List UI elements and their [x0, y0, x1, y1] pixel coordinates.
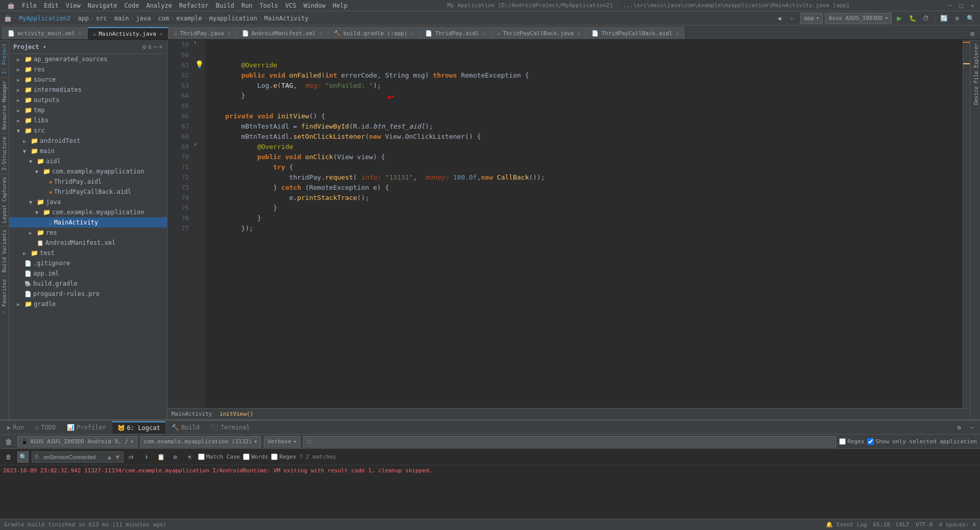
bottom-tab-todo[interactable]: ☑ TODO [30, 421, 61, 434]
settings-button[interactable]: ⚙ [951, 13, 963, 24]
logcat-device-dropdown[interactable]: 📱 ASUS ASUS_I003DD Android 9, / ▾ [17, 436, 137, 447]
status-encoding[interactable]: UTF-8 [916, 521, 933, 528]
tree-item-app-iml[interactable]: ▶ 📄 app.iml [9, 268, 167, 279]
module-dropdown[interactable]: app ▾ [800, 13, 823, 24]
tree-item-build-gradle[interactable]: ▶ 🐘 build.gradle [9, 279, 167, 289]
tree-item-source[interactable]: ▶ 📁 source [9, 74, 167, 85]
menu-navigate[interactable]: Navigate [85, 1, 120, 10]
status-crlf[interactable]: CRLF [896, 521, 910, 528]
tree-item-androidmanifest-xml[interactable]: ▶ 📋 AndroidManifest.xml [9, 238, 167, 248]
breadcrumb-java[interactable]: java [136, 15, 151, 22]
breadcrumb-myapplication[interactable]: myapplication [209, 15, 257, 22]
close-button[interactable]: ✕ [969, 2, 976, 9]
tree-item-intermediates[interactable]: ▶ 📁 intermediates [9, 85, 167, 95]
menu-edit[interactable]: Edit [41, 1, 62, 10]
bottom-tab-logcat[interactable]: 🐱 6: Logcat [112, 421, 165, 434]
event-log-link[interactable]: 🔔 Event Log [826, 521, 867, 528]
show-selected-checkbox[interactable] [867, 438, 874, 445]
tab-build-gradle-close[interactable]: ✕ [411, 31, 414, 36]
tab-thridpaycallback-aidl[interactable]: 📄 ThridPayCallBack.aidl ✕ [586, 27, 684, 39]
tab-thridpaycallback[interactable]: ☕ ThridPayCallBack.java ✕ [492, 27, 586, 39]
panel-hide-btn[interactable]: ✕ [159, 43, 163, 51]
logcat-search-input[interactable] [303, 436, 836, 447]
tree-item-thridpay-aidl[interactable]: ▶ ◈ ThridPay.aidl [9, 176, 167, 187]
profile-button[interactable]: ⏱ [920, 13, 932, 24]
bottom-tab-build[interactable]: 🔨 Build [166, 421, 205, 434]
breadcrumb-src[interactable]: src [96, 15, 107, 22]
logcat-settings-btn[interactable]: ⚙ [953, 422, 965, 433]
menu-code[interactable]: Code [121, 1, 142, 10]
tab-build-gradle[interactable]: 🔨 build.gradle (:app) ✕ [328, 27, 420, 39]
menu-run[interactable]: Run [238, 1, 256, 10]
filter-down-btn[interactable]: ▼ [116, 453, 119, 461]
menu-vcs[interactable]: VCS [282, 1, 300, 10]
tree-item-gradle-more[interactable]: ▶ 📁 gradle [9, 299, 167, 309]
panel-settings-btn[interactable]: ⚙ [142, 43, 146, 51]
breadcrumb-project[interactable]: MyApplication2 [19, 15, 70, 22]
resource-manager-tab[interactable]: Resource Manager [1, 77, 8, 133]
editor-breadcrumb-method[interactable]: initView() [219, 411, 253, 417]
menu-help[interactable]: Help [330, 1, 351, 10]
captures-tab[interactable]: Layout Captures [1, 173, 8, 226]
tab-activity-main[interactable]: 📄 activity_main.xml ✕ [2, 27, 87, 39]
panel-gear-btn[interactable]: ⋯ [153, 43, 157, 51]
filter-copy-btn[interactable]: 📋 [155, 451, 166, 463]
favorites-tab[interactable]: ☆ Favorites [1, 275, 8, 318]
tree-item-mainactivity[interactable]: ▶ ☕ MainActivity [9, 217, 167, 228]
filter-action-down-btn[interactable]: ⬇ [141, 451, 152, 463]
menu-window[interactable]: Window [300, 1, 328, 10]
editor-breadcrumb-class[interactable]: MainActivity [172, 411, 212, 417]
logcat-package-dropdown[interactable]: com.example.myapplication (1132) ▾ [140, 436, 261, 447]
tree-item-gitignore[interactable]: ▶ 📄 .gitignore [9, 258, 167, 268]
tab-androidmanifest-close[interactable]: ✕ [319, 31, 322, 36]
android-logo[interactable]: 🤖 [4, 1, 18, 10]
menu-view[interactable]: View [63, 1, 84, 10]
filter-funnel-btn[interactable]: ⚗ [184, 451, 195, 463]
tree-item-thridpaycallback-aidl[interactable]: ▶ ◈ ThridPayCallBack.aidl [9, 187, 167, 197]
tab-mainactivity[interactable]: ☕ MainActivity.java ✕ [87, 27, 168, 39]
structure-tab[interactable]: Z-Structure [1, 133, 8, 173]
tree-item-test[interactable]: ▶ 📁 test [9, 248, 167, 258]
maximize-button[interactable]: □ [958, 2, 965, 9]
tree-item-java[interactable]: ▼ 📁 java [9, 197, 167, 207]
tree-item-aidl[interactable]: ▼ 📁 aidl [9, 156, 167, 166]
breadcrumb-example[interactable]: example [176, 15, 202, 22]
filter-search-btn[interactable]: 🔍 [17, 451, 29, 463]
breadcrumb-main[interactable]: main [114, 15, 129, 22]
menu-analyze[interactable]: Analyze [143, 1, 175, 10]
code-content[interactable]: @Override public void onFailed(int error… [205, 40, 963, 408]
filter-clear-btn[interactable]: ✕ [128, 453, 132, 461]
bottom-tab-terminal[interactable]: ⬛ Terminal [206, 421, 255, 434]
tab-thridpaycallback-close[interactable]: ✕ [577, 31, 580, 36]
bottom-tab-run[interactable]: ▶ Run [2, 421, 29, 434]
debug-button[interactable]: 🐛 [907, 13, 918, 24]
regex-filter-checkbox[interactable] [271, 453, 278, 460]
logcat-clear-btn[interactable]: 🗑 [3, 436, 14, 447]
tab-thridpaycallback-aidl-close[interactable]: ✕ [676, 31, 679, 36]
forward-button[interactable]: ▶ [787, 13, 798, 24]
logcat-collapse-btn[interactable]: — [967, 422, 978, 433]
tab-androidmanifest[interactable]: 📄 AndroidManifest.xml ✕ [236, 27, 328, 39]
tree-item-res[interactable]: ▶ 📁 res [9, 64, 167, 74]
breadcrumb-mainactivity[interactable]: MainActivity [264, 15, 309, 22]
filter-delete-btn[interactable]: 🗑 [3, 451, 14, 463]
tree-item-tmp[interactable]: ▶ 📁 tmp [9, 105, 167, 115]
match-case-checkbox[interactable] [198, 453, 205, 460]
panel-expand-btn[interactable]: ⇅ [148, 43, 152, 51]
tree-item-main[interactable]: ▼ 📁 main [9, 146, 167, 156]
minimize-button[interactable]: ─ [946, 2, 953, 9]
search-button[interactable]: 🔍 [965, 13, 976, 24]
tab-thridpay-close[interactable]: ✕ [228, 31, 231, 36]
recent-files-button[interactable]: ≡ [967, 28, 978, 39]
logcat-level-dropdown[interactable]: Verbose ▾ [264, 436, 300, 447]
tab-thridpay-aidl[interactable]: 📄 ThridPay.aidl ✕ [420, 27, 491, 39]
tree-item-proguard[interactable]: ▶ 📄 proguard-rules.pro [9, 289, 167, 299]
tree-item-src[interactable]: ▼ 📁 src [9, 125, 167, 136]
breadcrumb-app[interactable]: app [78, 15, 89, 22]
tree-item-androidtest[interactable]: ▶ 📁 androidTest [9, 136, 167, 146]
tab-thridpay-aidl-close[interactable]: ✕ [482, 31, 485, 36]
tree-item-ap-generated[interactable]: ▶ 📁 ap_generated_sources [9, 54, 167, 64]
tree-item-outputs[interactable]: ▶ 📁 outputs [9, 95, 167, 105]
device-dropdown[interactable]: Asus ASUS_I003DD ▾ [825, 13, 892, 24]
sync-button[interactable]: 🔄 [938, 13, 949, 24]
